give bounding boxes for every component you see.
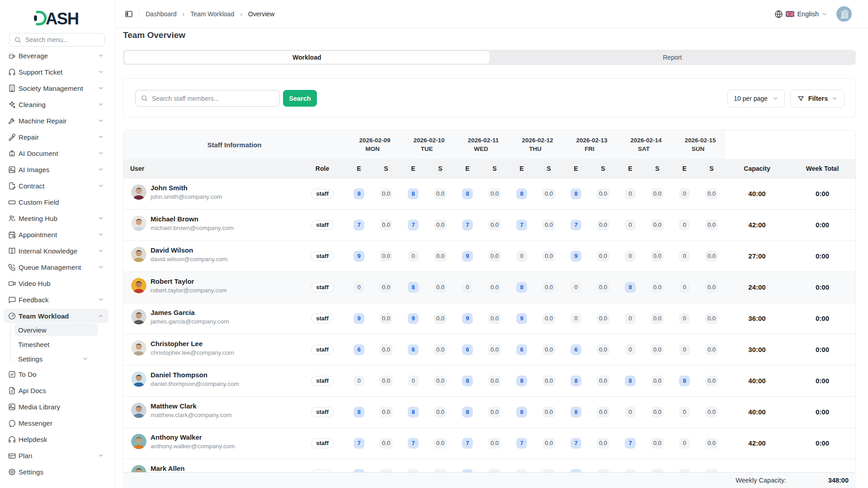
svg-text:ASH: ASH bbox=[46, 9, 79, 27]
